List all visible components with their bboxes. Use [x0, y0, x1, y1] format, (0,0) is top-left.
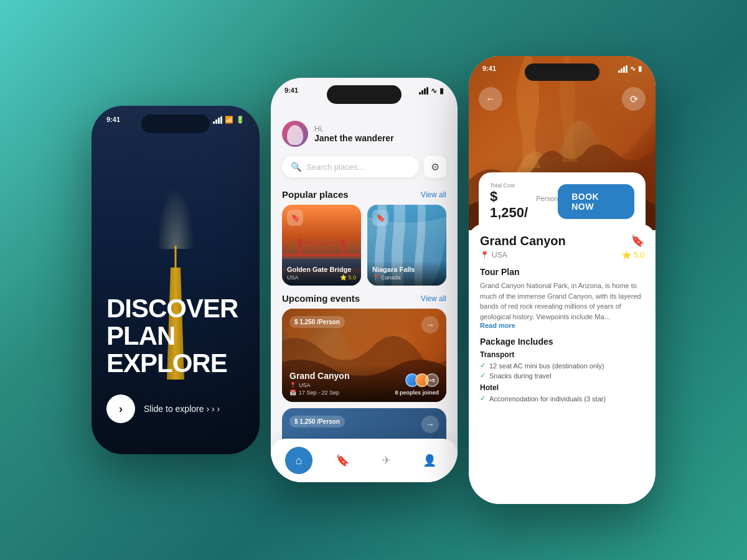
nav-home[interactable]: ⌂: [277, 447, 321, 474]
place-info-1: Golden Gate Bridge USA ⭐ 5.0: [282, 261, 361, 286]
filter-button[interactable]: ⚙: [424, 156, 446, 178]
phone1-status-bar: 9:41 📶 🔋: [92, 116, 260, 124]
phone3-wifi: ∿: [630, 65, 636, 73]
slide-to-explore[interactable]: › Slide to explore › › ›: [106, 394, 245, 423]
check-icon-3: ✓: [480, 394, 486, 403]
place-info-2: Niagara Falls 📍 Canada: [367, 261, 446, 286]
user-avatar[interactable]: [282, 121, 308, 147]
profile-icon[interactable]: 👤: [416, 447, 443, 474]
battery-icon: ▮: [439, 86, 444, 95]
search-row: 🔍 Search places... ⚙: [271, 152, 458, 182]
nav-bookmark[interactable]: 🔖: [321, 447, 364, 474]
event-people: +5 8 peoples joined: [395, 373, 439, 396]
booking-bar: Total Cost $ 1,250/ Person BOOK NOW: [479, 172, 646, 230]
place-bookmark-1[interactable]: 🔖: [287, 210, 303, 226]
event-arrow-button[interactable]: →: [421, 316, 439, 334]
grand-canyon-event-card[interactable]: $ 1,250 /Person → Grand Canyon 📍 USA 📅 1…: [282, 309, 446, 402]
wifi-icon: ∿: [431, 86, 437, 95]
price-info: Total Cost $ 1,250/ Person: [490, 182, 558, 221]
bottom-navigation: ⌂ 🔖 ✈ 👤: [271, 439, 458, 482]
transport-item-2: ✓ Snacks during travel: [480, 371, 644, 380]
event-country: 📍 USA: [289, 382, 349, 388]
place-bookmark-2[interactable]: 🔖: [372, 210, 388, 226]
phone2-body: Hi, Janet the wanderer 🔍 Search places..…: [271, 112, 458, 482]
phone-3: 9:41 ∿ ▮ ← ⟳: [469, 56, 655, 504]
detail-header: Grand Canyon 🔖: [480, 234, 644, 248]
phone1-content: DISCOVER PLAN EXPLORE › Slide to explore…: [92, 282, 260, 454]
phone3-battery: ▮: [638, 65, 642, 73]
battery-icon: 🔋: [236, 116, 245, 124]
greeting-text: Hi, Janet the wanderer: [314, 124, 446, 143]
search-bar[interactable]: 🔍 Search places...: [282, 156, 419, 177]
detail-content: Grand Canyon 🔖 📍 USA ⭐ 5.0 Tour Plan Gra…: [469, 224, 655, 504]
phone-1: 9:41 📶 🔋 DISCOVER PLAN EXPLORE › Slide t…: [92, 106, 260, 454]
read-more-link[interactable]: Read more: [480, 322, 644, 329]
people-avatars: +5: [405, 373, 439, 387]
search-icon: 🔍: [291, 162, 301, 172]
check-icon-2: ✓: [480, 371, 486, 380]
transport-item-1: ✓ 12 seat AC mini bus (destination only): [480, 362, 644, 370]
back-button[interactable]: ←: [479, 87, 502, 111]
event-dates: 📅 17 Sep - 22 Sep: [289, 390, 349, 396]
svg-rect-1: [282, 254, 361, 256]
signal-icon: [213, 116, 222, 124]
nav-flight[interactable]: ✈: [364, 447, 408, 474]
check-icon-1: ✓: [480, 362, 486, 370]
share-button[interactable]: ⟳: [622, 87, 646, 111]
slide-circle-arrow[interactable]: ›: [106, 394, 135, 423]
wifi-icon: 📶: [225, 116, 233, 124]
user-header: Hi, Janet the wanderer: [271, 112, 458, 152]
phone3-signal: [618, 65, 627, 73]
bookmark-icon[interactable]: 🔖: [329, 447, 356, 474]
hero-image: 9:41 ∿ ▮ ← ⟳: [469, 56, 655, 230]
phone-2: 9:41 ∿ ▮ Hi, Janet the wanderer: [271, 78, 458, 482]
event-info: Grand Canyon 📍 USA 📅 17 Sep - 22 Sep +5 …: [282, 365, 446, 402]
hero-title: DISCOVER PLAN EXPLORE: [106, 295, 245, 377]
phone2-status-bar: 9:41 ∿ ▮: [271, 86, 458, 95]
hotel-item-1: ✓ Accommodation for individuals (3 star): [480, 394, 644, 403]
places-row: 🔖 Golden Gate Bridge USA ⭐ 5.0: [271, 205, 458, 286]
avatar-plus-count: +5: [425, 373, 439, 387]
phone3-status: 9:41 ∿ ▮: [469, 65, 655, 73]
phone1-time: 9:41: [106, 116, 120, 124]
second-event-arrow[interactable]: →: [421, 416, 439, 433]
upcoming-events-header: Upcoming events View all: [271, 286, 458, 309]
detail-bookmark-icon[interactable]: 🔖: [631, 234, 644, 248]
flight-icon[interactable]: ✈: [372, 447, 400, 474]
popular-places-header: Popular places View all: [271, 182, 458, 205]
nav-profile[interactable]: 👤: [408, 447, 451, 474]
second-event-price: $ 1,250 /Person: [289, 416, 345, 427]
niagara-card[interactable]: 🔖 Niagara Falls 📍 Canada: [367, 205, 446, 286]
hero-nav: ← ⟳: [469, 87, 655, 111]
signal-icon: [419, 87, 428, 95]
detail-meta: 📍 USA ⭐ 5.0: [480, 251, 644, 259]
book-now-button[interactable]: BOOK NOW: [558, 184, 634, 219]
golden-gate-card[interactable]: 🔖 Golden Gate Bridge USA ⭐ 5.0: [282, 205, 361, 286]
home-icon[interactable]: ⌂: [285, 447, 312, 474]
phone2-time: 9:41: [284, 86, 298, 95]
event-price-badge: $ 1,250 /Person: [289, 316, 345, 328]
